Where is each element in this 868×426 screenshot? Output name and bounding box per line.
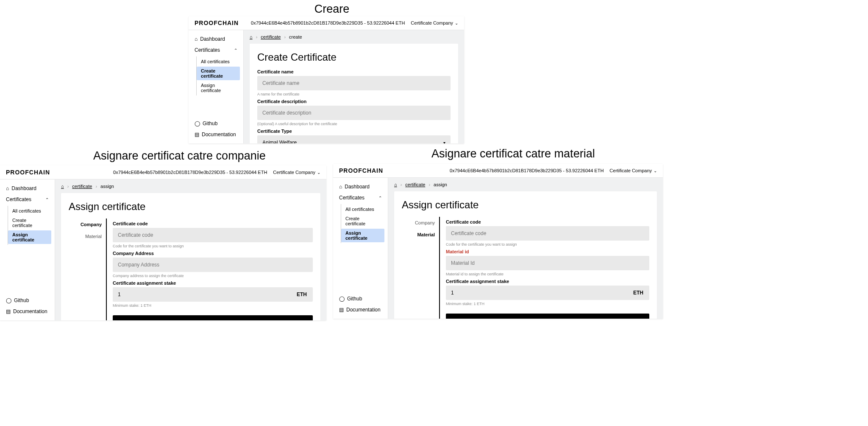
breadcrumb-assign: assign — [434, 182, 447, 187]
chevron-down-icon: ⌄ — [317, 170, 320, 175]
sidebar-label-github: Github — [203, 121, 217, 126]
label-stake: Certificate assignment stake — [446, 279, 649, 284]
breadcrumb-certificate[interactable]: certificate — [72, 184, 92, 189]
label-stake: Certificate assignment stake — [113, 280, 313, 286]
input-cert-name[interactable] — [257, 76, 451, 90]
breadcrumb-certificate[interactable]: certificate — [261, 34, 281, 39]
input-stake[interactable] — [446, 286, 627, 300]
label-cert-code: Certificate code — [446, 219, 649, 224]
tab-company[interactable]: Company — [69, 219, 106, 230]
breadcrumb-home[interactable]: ⌂ — [250, 34, 253, 39]
input-material-id[interactable] — [446, 256, 649, 270]
content-area: ⌂ › certificate › assign Assign certific… — [55, 179, 326, 320]
input-cert-code[interactable] — [446, 226, 649, 241]
sidebar-item-documentation[interactable]: ▤ Documentation — [3, 307, 51, 316]
window-create: PROOFCHAIN 0x7944cE6B4e4b57b8901b2cD81B1… — [189, 16, 464, 143]
input-cert-code[interactable] — [113, 228, 313, 242]
chevron-down-icon: ⌄ — [654, 168, 657, 173]
breadcrumb: ⌂ › certificate › create — [244, 30, 464, 44]
page-title: Create Certificate — [257, 51, 451, 63]
sidebar-item-documentation[interactable]: ▤ Documentation — [192, 130, 240, 139]
label-company-address: Company Address — [113, 251, 313, 256]
chevron-down-icon: ⌄ — [455, 21, 458, 25]
sidebar-sub-all[interactable]: All certificates — [8, 207, 51, 215]
sidebar-sub-create[interactable]: Create certificate — [8, 216, 51, 230]
tab-material[interactable]: Material — [69, 230, 106, 242]
top-right: 0x7944cE6B4e4b57b8901b2cD81B178D9e3b229D… — [450, 168, 657, 173]
chevron-up-icon: ⌃ — [45, 197, 49, 202]
company-selector-label: Certificate Company — [609, 168, 652, 173]
sidebar-item-certificates[interactable]: Certificates ⌃ — [3, 195, 51, 204]
sidebar-sub-all[interactable]: All certificates — [341, 205, 384, 213]
company-selector[interactable]: Certificate Company ⌄ — [273, 170, 320, 175]
label-cert-type: Certificate Type — [257, 129, 451, 134]
wallet-address: 0x7944cE6B4e4b57b8901b2cD81B178D9e3b229D… — [113, 170, 267, 175]
breadcrumb-certificate[interactable]: certificate — [405, 182, 425, 187]
sidebar-item-documentation[interactable]: ▤ Documentation — [337, 305, 384, 314]
assign-panel: Assign certificate Company Material Cert… — [394, 191, 657, 319]
github-icon: ◯ — [6, 297, 11, 303]
company-selector[interactable]: Certificate Company ⌄ — [609, 168, 657, 173]
logo: PROOFCHAIN — [339, 167, 383, 174]
logo: PROOFCHAIN — [6, 169, 50, 176]
top-right: 0x7944cE6B4e4b57b8901b2cD81B178D9e3b229D… — [113, 170, 320, 175]
sidebar-sub-assign[interactable]: Assign certificate — [341, 229, 384, 242]
assign-certificate-button[interactable]: Assign Certificate — [446, 314, 649, 319]
select-cert-type[interactable]: Animal Welfare ▾ — [257, 135, 451, 143]
sidebar-label-dashboard: Dashboard — [200, 36, 225, 42]
sidebar-item-github[interactable]: ◯ Github — [192, 119, 240, 128]
chevron-up-icon: ⌃ — [378, 196, 382, 200]
label-material-id: Material id — [446, 249, 649, 254]
sidebar-label-dashboard: Dashboard — [11, 185, 36, 191]
book-icon: ▤ — [6, 308, 11, 314]
home-icon: ⌂ — [195, 36, 198, 42]
logo: PROOFCHAIN — [195, 20, 239, 26]
breadcrumb: ⌂ › certificate › assign — [388, 178, 663, 191]
section-title-assign-material: Asignare certificat catre material — [431, 147, 595, 160]
input-stake[interactable] — [113, 287, 291, 302]
sidebar-item-github[interactable]: ◯ Github — [3, 296, 51, 305]
sidebar-sub-all[interactable]: All certificates — [197, 57, 240, 66]
hint-cert-name: A name for the certificate — [257, 92, 451, 96]
content-area: ⌂ › certificate › create Create Certific… — [244, 30, 464, 143]
assign-certificate-button[interactable]: Assign Certificate — [113, 315, 313, 320]
page-title: Assign certificate — [69, 201, 313, 213]
hint-cert-code: Code for the certificate you want to ass… — [113, 244, 313, 248]
company-selector[interactable]: Certificate Company ⌄ — [411, 20, 458, 25]
sidebar-item-dashboard[interactable]: ⌂ Dashboard — [192, 34, 240, 44]
sidebar-label-certificates: Certificates — [6, 196, 31, 202]
sidebar-item-dashboard[interactable]: ⌂ Dashboard — [337, 182, 384, 191]
breadcrumb: ⌂ › certificate › assign — [55, 179, 326, 193]
input-cert-desc[interactable] — [257, 106, 451, 120]
top-right: 0x7944cE6B4e4b57b8901b2cD81B178D9e3b229D… — [251, 20, 458, 25]
breadcrumb-sep: › — [256, 34, 258, 39]
sidebar-sub-create[interactable]: Create certificate — [341, 214, 384, 228]
label-cert-desc: Certificate description — [257, 99, 451, 104]
top-bar: PROOFCHAIN 0x7944cE6B4e4b57b8901b2cD81B1… — [0, 165, 326, 179]
sidebar-item-github[interactable]: ◯ Github — [337, 294, 384, 303]
hint-company-address: Company address to assign the certificat… — [113, 274, 313, 278]
window-assign-material: PROOFCHAIN 0x7944cE6B4e4b57b8901b2cD81B1… — [333, 164, 663, 319]
sidebar-sub-assign[interactable]: Assign certificate — [197, 81, 240, 95]
sidebar-sub-create[interactable]: Create certificate — [197, 67, 240, 80]
sidebar-sub-assign[interactable]: Assign certificate — [8, 230, 51, 244]
breadcrumb-home[interactable]: ⌂ — [61, 184, 64, 189]
sidebar-label-doc: Documentation — [202, 132, 236, 137]
tab-company[interactable]: Company — [402, 217, 439, 229]
caret-down-icon: ▾ — [443, 140, 445, 144]
input-company-address[interactable] — [113, 258, 313, 272]
wallet-address: 0x7944cE6B4e4b57b8901b2cD81B178D9e3b229D… — [251, 20, 405, 25]
sidebar-item-certificates[interactable]: Certificates ⌃ — [192, 45, 240, 55]
wallet-address: 0x7944cE6B4e4b57b8901b2cD81B178D9e3b229D… — [450, 168, 604, 173]
hint-cert-code: Code for the certificate you want to ass… — [446, 242, 649, 247]
breadcrumb-sep: › — [284, 34, 286, 39]
assign-panel: Assign certificate Company Material Cert… — [61, 193, 320, 320]
sidebar-item-dashboard[interactable]: ⌂ Dashboard — [3, 184, 51, 193]
sidebar-label-github: Github — [14, 297, 29, 303]
sidebar-item-certificates[interactable]: Certificates ⌃ — [337, 193, 384, 202]
sidebar-label-certificates: Certificates — [195, 47, 220, 53]
stake-row: ETH — [113, 287, 313, 302]
breadcrumb-home[interactable]: ⌂ — [394, 182, 397, 187]
book-icon: ▤ — [195, 132, 199, 137]
tab-material[interactable]: Material — [402, 229, 439, 241]
